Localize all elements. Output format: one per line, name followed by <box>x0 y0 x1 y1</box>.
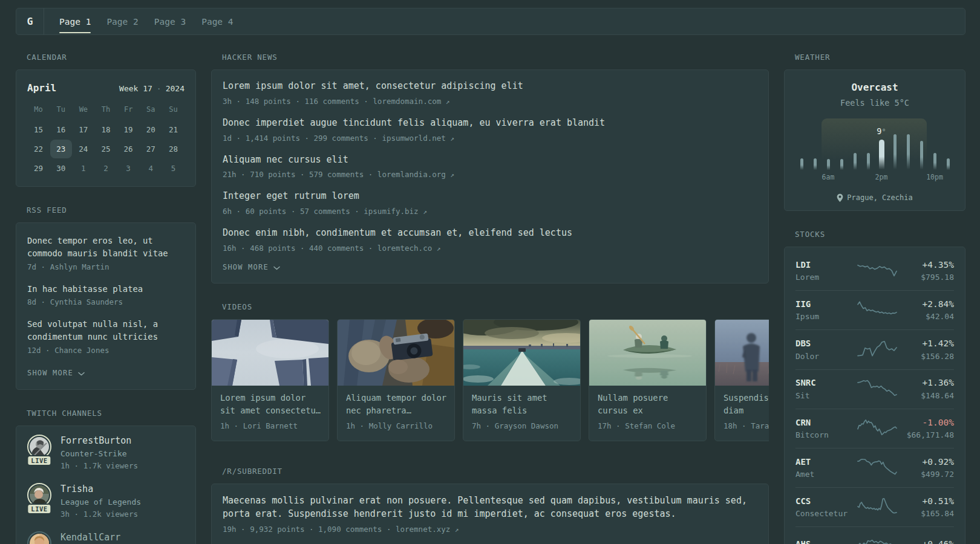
calendar-day[interactable]: 16 <box>50 120 72 139</box>
calendar-day[interactable]: 27 <box>140 139 162 158</box>
video-title[interactable]: Lorem ipsum dolorsit amet consectetu… <box>220 392 320 417</box>
avatar-ring <box>27 531 51 544</box>
stock-company-name: Sit <box>795 391 857 400</box>
stock-row: DBS Dolor +1.42% $156.28 <box>795 329 954 369</box>
hn-story-title[interactable]: Lorem ipsum dolor sit amet, consectetur … <box>223 80 757 93</box>
rss-item-title[interactable]: Donec tempor eros leo, ut commodo mauris… <box>27 235 185 260</box>
stock-symbol[interactable]: LDI <box>795 260 857 271</box>
weekday-label: Mo <box>27 103 50 118</box>
calendar-day[interactable]: 19 <box>117 120 140 139</box>
nav-tab-page-3[interactable]: Page 3 <box>154 8 186 34</box>
channel-avatar[interactable]: LIVE <box>27 483 51 514</box>
rss-item-title[interactable]: In hac habitasse platea <box>27 283 185 296</box>
channel-name[interactable]: ForrestBurton <box>60 435 138 446</box>
stock-symbol[interactable]: IIG <box>795 299 857 310</box>
hn-story-meta[interactable]: 16h · 468 points · 440 comments · loremt… <box>223 243 757 254</box>
video-title[interactable]: Suspendissediam <box>724 392 769 417</box>
video-thumbnail[interactable] <box>463 320 580 386</box>
calendar-day[interactable]: 2 <box>94 158 117 178</box>
title-line-1: Aliquam tempor dolor <box>346 393 446 403</box>
stock-sparkline-chart <box>857 458 897 478</box>
stock-symbol[interactable]: AHS <box>795 539 857 544</box>
video-meta[interactable]: 17h · Stefan Cole <box>598 421 697 430</box>
stock-price: $156.28 <box>921 352 954 361</box>
rss-item-title[interactable]: Sed volutpat nulla nisl, a condimentum n… <box>27 318 185 343</box>
calendar-day[interactable]: 20 <box>140 120 162 139</box>
video-thumbnail[interactable] <box>715 320 769 386</box>
daylight-highlight <box>822 118 927 170</box>
degree-symbol: ° <box>881 128 886 136</box>
video-meta[interactable]: 18h · Tara <box>724 421 769 430</box>
weather-card: Overcast Feels like 5°C 9° 6am 2pm 10pm … <box>784 70 965 211</box>
channel-category[interactable]: League of Legends <box>60 497 141 507</box>
stock-symbol[interactable]: CCS <box>795 496 857 507</box>
video-thumbnail[interactable] <box>589 320 706 386</box>
video-meta[interactable]: 1h · Molly Carrillo <box>346 421 446 430</box>
stock-symbol[interactable]: DBS <box>795 338 857 349</box>
day-number: 17 <box>73 120 94 139</box>
calendar-day[interactable]: 22 <box>27 139 50 158</box>
hn-story-meta[interactable]: 3h · 148 points · 116 comments · loremdo… <box>223 96 757 107</box>
reddit-post-meta[interactable]: 19h · 9,932 points · 1,090 comments · lo… <box>223 524 757 535</box>
calendar-day[interactable]: 25 <box>94 139 117 158</box>
rss-show-more-button[interactable]: SHOW MORE <box>27 369 185 378</box>
video-title[interactable]: Mauris sit ametmassa felis <box>472 392 572 417</box>
hn-story-title[interactable]: Aliquam nec cursus elit <box>223 154 757 167</box>
meta-text: 19h · 9,932 points · 1,090 comments · lo… <box>223 525 450 534</box>
day-number: 23 <box>50 140 72 158</box>
stock-row: IIG Ipsum +2.84% $42.04 <box>795 290 954 329</box>
hn-story-meta[interactable]: 6h · 60 points · 57 comments · ipsumify.… <box>223 206 757 217</box>
calendar-day[interactable]: 1 <box>72 158 94 178</box>
channel-viewers: 3h · 1.2k viewers <box>60 510 141 519</box>
channel-name[interactable]: KendallCarr <box>60 532 120 543</box>
day-number: 27 <box>140 140 162 158</box>
video-thumbnail[interactable] <box>338 320 454 386</box>
app-logo[interactable]: G <box>16 8 44 34</box>
hn-story-meta[interactable]: 21h · 710 points · 579 comments · loreml… <box>223 169 757 180</box>
video-meta[interactable]: 1h · Lori Barnett <box>220 421 320 430</box>
nav-tab-page-1[interactable]: Page 1 <box>59 8 91 34</box>
day-number: 25 <box>95 140 117 158</box>
channel-name[interactable]: Trisha <box>60 484 141 494</box>
calendar-day[interactable]: 23 <box>50 139 72 158</box>
calendar-day[interactable]: 29 <box>27 158 50 178</box>
channel-avatar[interactable]: LIVE <box>27 435 51 466</box>
hn-story-meta[interactable]: 1d · 1,414 points · 299 comments · ipsum… <box>223 133 757 144</box>
calendar-day[interactable]: 5 <box>162 158 185 178</box>
stock-symbol[interactable]: SNRC <box>795 378 857 389</box>
calendar-day[interactable]: 21 <box>162 120 185 139</box>
channel-category[interactable]: Counter-Strike <box>60 449 138 459</box>
video-thumbnail[interactable] <box>212 320 328 386</box>
reddit-post-title[interactable]: Maecenas mollis pulvinar erat non posuer… <box>223 494 757 521</box>
calendar-day[interactable]: 17 <box>72 120 94 139</box>
calendar-day[interactable]: 15 <box>27 120 50 139</box>
calendar-day[interactable]: 24 <box>72 139 94 158</box>
hn-show-more-button[interactable]: SHOW MORE <box>223 263 757 272</box>
calendar-day[interactable]: 18 <box>94 120 117 139</box>
nav-tab-page-4[interactable]: Page 4 <box>201 8 233 34</box>
weather-location[interactable]: Prague, Czechia <box>794 193 955 202</box>
video-thumbnail-art <box>589 320 706 386</box>
calendar-day[interactable]: 28 <box>162 139 185 158</box>
stock-price: $499.72 <box>921 470 954 479</box>
meta-text: 6h · 60 points · 57 comments · ipsumify.… <box>223 207 419 216</box>
stock-row: AET Amet +0.92% $499.72 <box>795 448 954 487</box>
nav-tab-page-2[interactable]: Page 2 <box>106 8 138 34</box>
hn-story-title[interactable]: Donec imperdiet augue tincidunt felis al… <box>223 117 757 130</box>
calendar-day[interactable]: 30 <box>50 158 72 178</box>
calendar-day[interactable]: 4 <box>140 158 162 178</box>
hn-story-title[interactable]: Integer eget rutrum lorem <box>223 190 757 203</box>
hn-story-title[interactable]: Donec enim nibh, condimentum et accumsan… <box>223 227 757 240</box>
weather-bar <box>893 134 897 170</box>
stock-symbol[interactable]: CRN <box>795 418 857 429</box>
calendar-day[interactable]: 26 <box>117 139 140 158</box>
video-title[interactable]: Aliquam tempor dolornec pharetra… <box>346 392 446 417</box>
stock-change-percent: +0.46% <box>923 539 954 544</box>
video-title[interactable]: Nullam posuerecursus ex <box>598 392 697 417</box>
calendar-day[interactable]: 3 <box>117 158 140 178</box>
title-line-1: Lorem ipsum dolor <box>220 393 305 403</box>
stock-symbol[interactable]: AET <box>795 457 857 468</box>
day-number: 2 <box>95 159 117 178</box>
video-meta[interactable]: 7h · Grayson Dawson <box>472 421 572 430</box>
channel-avatar[interactable] <box>27 531 51 544</box>
